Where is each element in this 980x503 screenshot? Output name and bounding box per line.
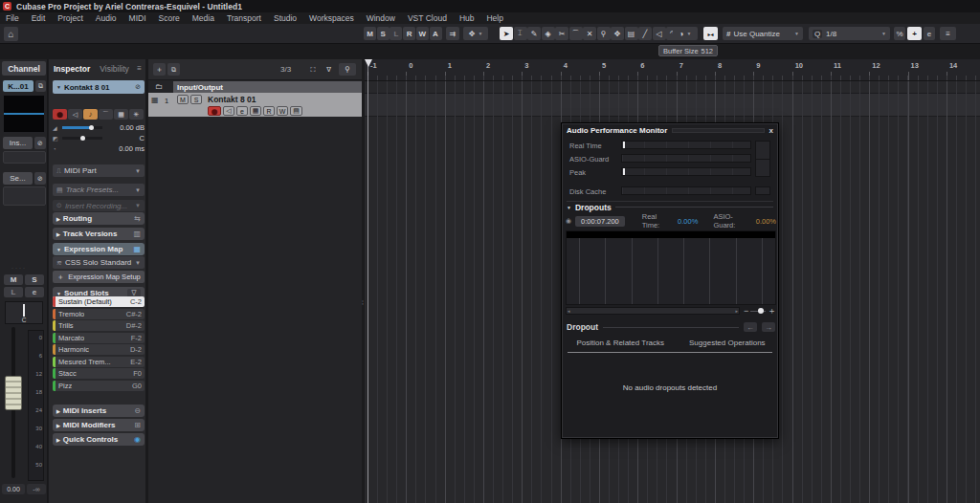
erase-tool[interactable]: ◈ xyxy=(542,27,555,40)
zoom-slider-knob[interactable] xyxy=(758,308,764,314)
channel-track-chip[interactable]: K...01 xyxy=(3,80,33,92)
menu-media[interactable]: Media xyxy=(191,13,215,23)
sound-slot-mesured-trem-[interactable]: Mesured Trem...E-2 xyxy=(53,357,145,367)
prev-dropout-button[interactable]: ← xyxy=(744,322,757,332)
comp-tool[interactable]: ▤ xyxy=(625,27,638,40)
zoom-out-icon[interactable]: − xyxy=(744,306,748,316)
sound-slot-marcato[interactable]: MarcatoF-2 xyxy=(53,333,145,343)
channel-inserts-button[interactable]: Ins... xyxy=(3,137,33,149)
level-readout[interactable]: 0.00 xyxy=(2,484,25,494)
range-selection-tool[interactable]: ⌶ xyxy=(514,27,527,40)
sends-slot[interactable] xyxy=(3,186,46,206)
zoom-tool[interactable]: ⚲ xyxy=(597,27,611,40)
tab-visibility[interactable]: Visibility xyxy=(100,64,129,74)
dropout-history-graph[interactable] xyxy=(566,230,776,305)
section-midi-inserts[interactable]: ▶MIDI Inserts ⊖ xyxy=(53,405,145,417)
track-record-button[interactable]: ⬤ xyxy=(208,106,221,116)
track-name-header[interactable]: ▼ Kontakt 8 01 ⊘ xyxy=(53,80,145,94)
channel-strip-icon[interactable]: ⊘ xyxy=(135,83,141,91)
triplet-quantize-button[interactable]: % xyxy=(894,27,905,40)
pan-control[interactable]: C xyxy=(5,301,43,324)
scroll-right-icon[interactable]: ▸ xyxy=(735,308,738,314)
tab-inspector[interactable]: Inspector xyxy=(54,64,90,74)
channel-solo-button[interactable]: S xyxy=(25,274,44,285)
pan-slider[interactable] xyxy=(62,137,102,140)
sound-slot-pizz[interactable]: PizzG0 xyxy=(53,381,145,391)
folder-track-row[interactable]: 🗀 Input/Output xyxy=(148,81,362,93)
section-quick-controls[interactable]: ▶Quick Controls ◉ xyxy=(53,433,145,446)
track-presets-select[interactable]: ▤ Track Presets...▼ xyxy=(53,184,145,196)
filter-tracks-button[interactable]: ∇ xyxy=(323,63,335,76)
channel-popout-button[interactable]: ⧉ xyxy=(35,80,46,92)
toolbar-setup-button[interactable]: ≡ xyxy=(940,27,956,40)
inserts-bypass-icon[interactable]: ⊘ xyxy=(34,137,46,149)
track-instrument-button[interactable]: ▦ xyxy=(250,106,261,116)
pan-row[interactable]: ◩ C xyxy=(53,134,145,142)
expression-map-preset-select[interactable]: ≋ CSS Solo Standard▼ xyxy=(53,256,145,269)
track-mute-button[interactable]: M xyxy=(177,95,189,104)
quantize-preset-select[interactable]: Q 1/8 ▼ xyxy=(809,27,890,40)
volume-fader-cap[interactable] xyxy=(5,376,22,410)
project-cursor-marker[interactable] xyxy=(365,59,372,67)
freeze-button[interactable]: ✳ xyxy=(129,109,144,120)
glue-articulation-button[interactable]: ⌒ xyxy=(99,109,113,120)
section-midi-modifiers[interactable]: ▶MIDI Modifiers ⊞ xyxy=(53,419,145,431)
drum-map-button[interactable]: ▦ xyxy=(114,109,128,120)
menu-vst-cloud[interactable]: VST Cloud xyxy=(407,13,448,23)
autoscroll-options-button[interactable]: ✥ ▼ xyxy=(463,27,488,40)
track-name[interactable]: Kontakt 8 01 xyxy=(208,95,256,104)
channel-eq-display[interactable] xyxy=(3,95,45,133)
menu-workspaces[interactable]: Workspaces xyxy=(308,13,355,23)
menu-transport[interactable]: Transport xyxy=(226,13,262,23)
channel-listen-button[interactable]: L xyxy=(4,287,23,297)
pan-knob[interactable] xyxy=(80,136,85,141)
play-tool[interactable]: ◁ xyxy=(653,27,666,40)
dropouts-section-header[interactable]: ▼ Dropouts xyxy=(567,201,773,212)
line-tool[interactable]: ╱ xyxy=(638,27,652,40)
find-track-button[interactable]: ⚲ xyxy=(339,63,356,76)
volume-slider[interactable] xyxy=(62,126,102,129)
hand-tool[interactable]: ✥ xyxy=(611,27,624,40)
menu-help[interactable]: Help xyxy=(485,13,503,23)
inspector-menu-icon[interactable]: ≡ xyxy=(137,64,142,73)
track-strip-button[interactable]: ▤ xyxy=(290,106,302,116)
sound-slot-sustain-default-[interactable]: Sustain (Default)C-2 xyxy=(53,296,145,307)
section-expression-map[interactable]: ▼Expression Map ▦ xyxy=(53,243,145,255)
sends-bypass-icon[interactable]: ⊘ xyxy=(34,172,46,185)
snap-button[interactable]: ▸◂ xyxy=(703,27,718,40)
split-tool[interactable]: ✂ xyxy=(555,27,568,40)
hub-home-button[interactable]: ⌂ xyxy=(4,27,18,41)
global-l-button[interactable]: L xyxy=(390,27,402,40)
menu-score[interactable]: Score xyxy=(158,13,181,23)
dropout-time-chip[interactable]: 0:00:07.200 xyxy=(575,216,625,227)
instrument-track-row[interactable]: ▦ 1 M S Kontakt 8 01 ⬤ ◁ e ▦ R W ▤ xyxy=(148,93,362,117)
track-write-button[interactable]: W xyxy=(277,106,288,116)
global-w-button[interactable]: W xyxy=(416,27,429,40)
sound-slot-trills[interactable]: TrillsD#-2 xyxy=(53,320,145,331)
quantize-panel-button[interactable]: e xyxy=(924,27,935,40)
draw-tool[interactable]: ✎ xyxy=(527,27,541,40)
mute-tool[interactable]: ✕ xyxy=(583,27,596,40)
inserts-slot[interactable] xyxy=(3,151,46,164)
sound-slot-harmonic[interactable]: HarmonicD-2 xyxy=(53,344,145,355)
menu-project[interactable]: Project xyxy=(56,13,83,23)
menu-midi[interactable]: MIDI xyxy=(128,13,147,23)
menu-file[interactable]: File xyxy=(5,13,20,23)
object-selection-tool[interactable]: ➤ xyxy=(500,27,513,40)
channel-edit-button[interactable]: e xyxy=(25,287,44,297)
graph-scrollbar[interactable]: ◂ ▸ xyxy=(566,307,740,315)
volume-knob[interactable] xyxy=(89,125,94,130)
sound-slot-stacc[interactable]: StaccF0 xyxy=(53,368,145,379)
channel-mute-button[interactable]: M xyxy=(4,274,23,285)
next-dropout-button[interactable]: → xyxy=(762,322,775,332)
track-read-button[interactable]: R xyxy=(263,106,275,116)
section-track-versions[interactable]: ▶Track Versions ▥ xyxy=(53,228,145,240)
global-r-button[interactable]: R xyxy=(403,27,415,40)
meter-readout[interactable]: -∞ xyxy=(27,484,46,494)
color-menu-button[interactable]: ◑ ▼ xyxy=(673,27,698,40)
apm-close-button[interactable]: x xyxy=(769,126,773,135)
menu-studio[interactable]: Studio xyxy=(273,13,298,23)
audio-performance-monitor-window[interactable]: Audio Performance Monitor x Real TimeASI… xyxy=(561,122,779,439)
global-a-button[interactable]: A xyxy=(430,27,442,40)
track-monitor-button[interactable]: ◁ xyxy=(223,106,234,116)
